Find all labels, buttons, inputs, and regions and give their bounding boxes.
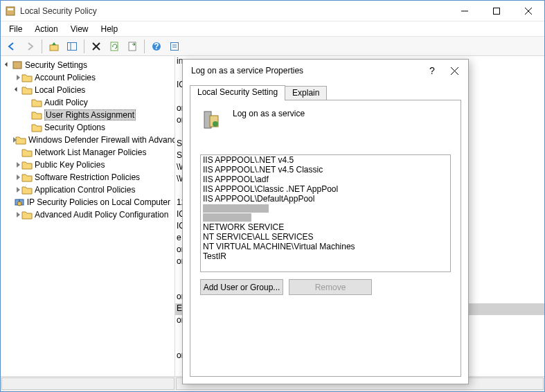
tree-item[interactable]: Audit Policy [2, 96, 173, 109]
folder-icon [21, 72, 33, 83]
toolbar: ? [1, 37, 544, 56]
up-folder-icon[interactable] [46, 38, 62, 55]
principal-item[interactable]: NT VIRTUAL MACHINE\Virtual Machines [201, 242, 450, 251]
tree-root[interactable]: Security Settings [2, 59, 173, 71]
folder-icon [21, 159, 33, 170]
principal-item[interactable]: NT SERVICE\ALL SERVICES [201, 232, 450, 242]
svg-rect-18 [13, 62, 21, 69]
tree-item[interactable]: Application Control Policies [2, 184, 173, 196]
folder-icon [31, 122, 42, 133]
refresh-icon[interactable] [106, 38, 123, 55]
menu-help[interactable]: Help [96, 23, 124, 35]
redacted-principal [203, 213, 251, 222]
tree-item[interactable]: IP Security Policies on Local Computer [2, 196, 173, 208]
folder-icon [31, 109, 42, 121]
tab-explain[interactable]: Explain [285, 86, 327, 100]
properties-icon[interactable] [166, 38, 183, 55]
dialog-help-button[interactable]: ? [421, 61, 443, 80]
policy-name: Log on as a service [233, 109, 305, 118]
principal-item[interactable]: IIS APPPOOL\.NET v4.5 Classic [201, 165, 450, 175]
principal-item[interactable]: IIS APPPOOL\adf [201, 175, 450, 184]
remove-button[interactable]: Remove [289, 279, 372, 295]
tree-item[interactable]: Advanced Audit Policy Configuration [2, 208, 173, 221]
minimize-button[interactable] [449, 1, 481, 21]
security-settings-icon [12, 60, 23, 71]
menubar: File Action View Help [1, 21, 544, 37]
help-icon[interactable]: ? [148, 38, 165, 55]
show-hide-tree-icon[interactable] [64, 38, 80, 55]
principal-item[interactable]: IIS APPPOOL\DefaultAppPool [201, 194, 450, 204]
tab-local-security-setting[interactable]: Local Security Setting [190, 85, 285, 100]
tree-item[interactable]: User Rights Assignment [2, 109, 173, 121]
principal-item[interactable]: IIS APPPOOL\Classic .NET AppPool [201, 184, 450, 194]
folder-icon [21, 209, 33, 220]
titlebar: Local Security Policy [1, 1, 544, 21]
policy-large-icon [200, 109, 222, 131]
properties-dialog: Log on as a service Properties ? Local S… [182, 59, 469, 384]
maximize-button[interactable] [481, 1, 512, 21]
menu-action[interactable]: Action [29, 23, 63, 35]
tree-item[interactable]: Windows Defender Firewall with Advanced … [2, 134, 173, 146]
back-icon[interactable] [3, 38, 20, 55]
svg-rect-15 [171, 42, 179, 50]
tree-item[interactable]: Security Options [2, 121, 173, 134]
tree-item[interactable]: Account Policies [2, 71, 173, 84]
svg-rect-3 [494, 8, 500, 14]
folder-icon [31, 97, 42, 108]
ipsec-icon [14, 197, 25, 208]
principals-listbox[interactable]: IIS APPPOOL\.NET v4.5IIS APPPOOL\.NET v4… [200, 154, 451, 272]
dialog-tab-panel: Log on as a service IIS APPPOOL\.NET v4.… [190, 100, 461, 377]
svg-rect-6 [50, 45, 58, 51]
tree-item[interactable]: Public Key Policies [2, 159, 173, 171]
add-user-or-group-button[interactable]: Add User or Group... [200, 279, 283, 295]
svg-point-21 [17, 202, 21, 206]
dialog-close-button[interactable] [443, 61, 465, 80]
folder-icon [21, 184, 33, 195]
principal-item[interactable]: IIS APPPOOL\.NET v4.5 [201, 155, 450, 165]
nav-tree[interactable]: Security Settings Account PoliciesLocal … [1, 56, 175, 376]
folder-icon [21, 147, 33, 158]
dialog-titlebar: Log on as a service Properties ? [183, 60, 468, 82]
app-icon [5, 6, 16, 17]
tree-item[interactable]: Software Restriction Policies [2, 171, 173, 184]
folder-icon [21, 172, 33, 183]
window-title: Local Security Policy [20, 6, 449, 16]
main-window: Local Security Policy File Action View H… [0, 0, 545, 392]
redacted-principal [203, 204, 269, 213]
principal-item[interactable]: TestIR [201, 251, 450, 261]
delete-icon[interactable] [88, 38, 105, 55]
svg-point-26 [213, 121, 218, 127]
svg-text:?: ? [154, 42, 159, 51]
svg-rect-0 [6, 7, 15, 15]
folder-icon [21, 84, 33, 96]
dialog-tabs: Local Security Setting Explain [190, 84, 461, 100]
svg-rect-1 [8, 8, 13, 10]
principal-item[interactable]: NETWORK SERVICE [201, 222, 450, 232]
forward-icon[interactable] [21, 38, 38, 55]
tree-item[interactable]: Local Policies [2, 84, 173, 96]
menu-file[interactable]: File [3, 23, 28, 35]
tree-item[interactable]: Network List Manager Policies [2, 146, 173, 159]
menu-view[interactable]: View [65, 23, 94, 35]
dialog-title: Log on as a service Properties [191, 66, 421, 75]
export-list-icon[interactable] [124, 38, 141, 55]
svg-rect-7 [68, 42, 77, 50]
folder-icon [15, 134, 26, 145]
close-button[interactable] [512, 1, 544, 21]
